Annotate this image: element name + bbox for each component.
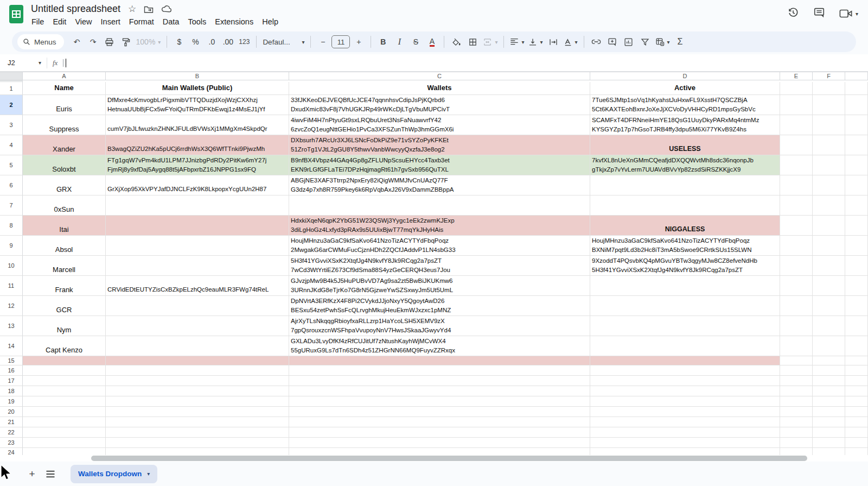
cell-D24[interactable] bbox=[590, 448, 780, 455]
cell-B1[interactable]: Main Wallets (Public) bbox=[106, 82, 289, 95]
row-header-9[interactable]: 9 bbox=[0, 236, 23, 256]
cell-C19[interactable] bbox=[289, 396, 590, 407]
row-header-11[interactable]: 11 bbox=[0, 276, 23, 296]
cell-B10[interactable] bbox=[106, 256, 289, 276]
text-rotation-button[interactable]: ▾ bbox=[562, 34, 579, 49]
cell-G11[interactable] bbox=[845, 276, 868, 296]
row-header-4[interactable]: 4 bbox=[0, 135, 23, 155]
cell-B9[interactable] bbox=[106, 236, 289, 256]
cell-B2[interactable]: DfMxre4cKmvogbLrPigxmibVTTQDuzjdXojWzjCX… bbox=[106, 95, 289, 115]
cell-F15[interactable] bbox=[813, 356, 845, 365]
increase-decimal-button[interactable]: .00 bbox=[220, 34, 235, 49]
cell-A6[interactable]: GRX bbox=[23, 175, 106, 195]
row-header-1[interactable]: 1 bbox=[0, 82, 23, 95]
cell-D18[interactable] bbox=[590, 386, 780, 396]
cell-F9[interactable] bbox=[813, 236, 845, 256]
cell-B21[interactable] bbox=[106, 417, 289, 427]
move-folder-icon[interactable] bbox=[144, 5, 154, 14]
column-header-C[interactable]: C bbox=[289, 72, 590, 80]
cell-B16[interactable] bbox=[106, 365, 289, 376]
cell-F14[interactable] bbox=[813, 336, 845, 356]
column-header-D[interactable]: D bbox=[590, 72, 780, 80]
version-history-icon[interactable] bbox=[787, 7, 799, 21]
sheet-tab-active[interactable]: Wallets Dropdown ▾ bbox=[71, 465, 157, 483]
cell-A11[interactable]: Frank bbox=[23, 276, 106, 296]
print-button[interactable] bbox=[102, 34, 117, 49]
cell-F8[interactable] bbox=[813, 216, 845, 236]
column-header-F[interactable]: F bbox=[813, 72, 845, 80]
cell-A18[interactable] bbox=[23, 386, 106, 396]
insert-comment-button[interactable] bbox=[605, 34, 620, 49]
paint-format-button[interactable] bbox=[118, 34, 133, 49]
cell-C6[interactable]: ABGjNE3XAF3Ttrrp2NpxEry82iQigWMMJfvCnUAz… bbox=[289, 175, 590, 195]
cell-C3[interactable]: 4iwvFiM4H7nPtyuGt9sxLRQbuUret3NsFaNuawvr… bbox=[289, 115, 590, 135]
cell-A13[interactable]: Nym bbox=[23, 316, 106, 336]
cell-C8[interactable]: HdxkiXqeN6qpK2YbG51W23QSWj3Yygc1eEk2zwmK… bbox=[289, 216, 590, 236]
cell-D13[interactable] bbox=[590, 316, 780, 336]
cell-F20[interactable] bbox=[813, 407, 845, 417]
cell-A2[interactable]: Euris bbox=[23, 95, 106, 115]
text-wrap-button[interactable] bbox=[546, 34, 561, 49]
cell-D12[interactable] bbox=[590, 296, 780, 316]
cell-G24[interactable] bbox=[845, 448, 868, 455]
functions-button[interactable]: Σ bbox=[673, 34, 688, 49]
menu-data[interactable]: Data bbox=[158, 16, 184, 28]
horizontal-scrollbar[interactable] bbox=[0, 455, 868, 462]
cell-E15[interactable] bbox=[780, 356, 813, 365]
cell-G23[interactable] bbox=[845, 438, 868, 448]
cell-G1[interactable] bbox=[845, 82, 868, 95]
cell-A10[interactable]: Marcell bbox=[23, 256, 106, 276]
cell-G10[interactable] bbox=[845, 256, 868, 276]
cell-E12[interactable] bbox=[780, 296, 813, 316]
cell-D21[interactable] bbox=[590, 417, 780, 427]
menu-tools[interactable]: Tools bbox=[183, 16, 210, 28]
cell-E20[interactable] bbox=[780, 407, 813, 417]
cell-D4[interactable]: USELESS bbox=[590, 135, 780, 155]
zoom-select[interactable]: 100%▾ bbox=[135, 34, 163, 49]
cell-G12[interactable] bbox=[845, 296, 868, 316]
cell-C11[interactable]: GJvzjpMw9B4k5J5HuPUBvVD7Ag9sa2zt5BwBiJKU… bbox=[289, 276, 590, 296]
cell-B3[interactable]: cumV7jbJLfwuzknZHNKJFULdBVWsXj1MMgXm4Skp… bbox=[106, 115, 289, 135]
row-header-18[interactable]: 18 bbox=[0, 386, 23, 396]
cell-A23[interactable] bbox=[23, 438, 106, 448]
cell-F16[interactable] bbox=[813, 365, 845, 376]
cell-B24[interactable] bbox=[106, 448, 289, 455]
insert-link-button[interactable] bbox=[589, 34, 604, 49]
cell-E17[interactable] bbox=[780, 376, 813, 386]
column-header-A[interactable]: A bbox=[23, 72, 106, 80]
cell-D20[interactable] bbox=[590, 407, 780, 417]
row-header-21[interactable]: 21 bbox=[0, 417, 23, 427]
cell-C18[interactable] bbox=[289, 386, 590, 396]
menu-format[interactable]: Format bbox=[125, 16, 158, 28]
cell-G17[interactable] bbox=[845, 376, 868, 386]
cell-B12[interactable] bbox=[106, 296, 289, 316]
row-header-12[interactable]: 12 bbox=[0, 296, 23, 316]
cell-B17[interactable] bbox=[106, 376, 289, 386]
cell-B7[interactable] bbox=[106, 195, 289, 216]
cell-F10[interactable] bbox=[813, 256, 845, 276]
cell-D6[interactable] bbox=[590, 175, 780, 195]
row-header-17[interactable]: 17 bbox=[0, 376, 23, 386]
cell-G19[interactable] bbox=[845, 396, 868, 407]
cell-C22[interactable] bbox=[289, 427, 590, 438]
menu-insert[interactable]: Insert bbox=[97, 16, 125, 28]
row-header-8[interactable]: 8 bbox=[0, 216, 23, 236]
cell-G5[interactable] bbox=[845, 155, 868, 175]
row-header-5[interactable]: 5 bbox=[0, 155, 23, 175]
row-header-15[interactable]: 15 bbox=[0, 356, 23, 365]
italic-button[interactable]: I bbox=[392, 34, 407, 49]
menu-view[interactable]: View bbox=[71, 16, 96, 28]
cell-A4[interactable]: Xander bbox=[23, 135, 106, 155]
sheet-tab-caret-icon[interactable]: ▾ bbox=[147, 471, 150, 477]
cell-E10[interactable] bbox=[780, 256, 813, 276]
cell-G14[interactable] bbox=[845, 336, 868, 356]
fill-color-button[interactable] bbox=[449, 34, 464, 49]
cell-C13[interactable]: AjrXyTLsNkqqgRbioyfxaRLLzrp1HaYcoLSH5XEM… bbox=[289, 316, 590, 336]
font-size-input[interactable]: 11 bbox=[331, 35, 350, 48]
cell-F18[interactable] bbox=[813, 386, 845, 396]
vertical-align-button[interactable]: ▾ bbox=[527, 34, 544, 49]
menu-help[interactable]: Help bbox=[258, 16, 283, 28]
row-header-6[interactable]: 6 bbox=[0, 175, 23, 195]
cell-E13[interactable] bbox=[780, 316, 813, 336]
horizontal-scrollbar-thumb[interactable] bbox=[91, 456, 807, 461]
